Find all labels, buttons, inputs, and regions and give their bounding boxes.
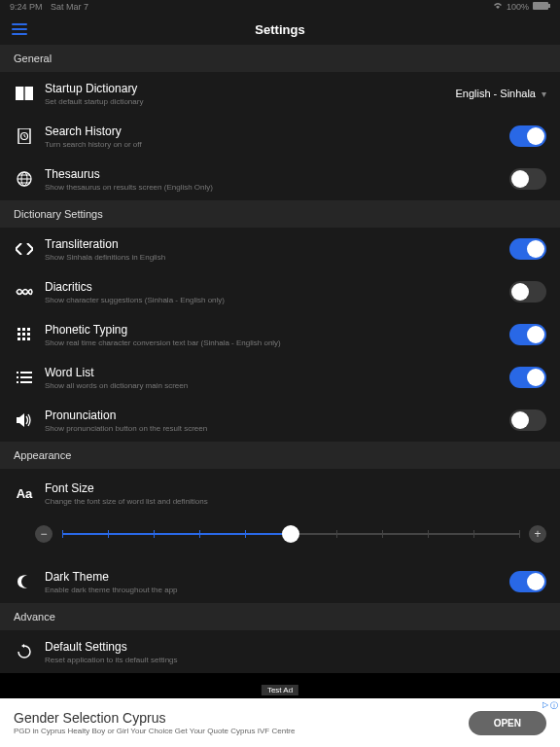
- toggle-transliteration[interactable]: [509, 238, 546, 260]
- svg-rect-18: [17, 376, 18, 378]
- slider-thumb[interactable]: [282, 525, 299, 543]
- row-pronunciation: Pronunciation Show pronunciation button …: [0, 399, 560, 442]
- fontsize-icon: Aa: [14, 482, 35, 504]
- row-title: Thesaurus: [45, 167, 509, 181]
- svg-rect-7: [18, 328, 20, 331]
- settings-content: General Startup Dictionary Set default s…: [0, 45, 560, 673]
- toggle-phonetic[interactable]: [509, 324, 546, 345]
- row-title: Phonetic Typing: [45, 323, 509, 337]
- row-desc: Reset application to its default setting…: [45, 656, 546, 664]
- ad-banner[interactable]: Test Ad ▷ ⓘ Gender Selection Cyprus PGD …: [0, 698, 560, 747]
- page-title: Settings: [255, 22, 304, 37]
- toggle-search-history[interactable]: [509, 125, 546, 147]
- section-appearance: Appearance: [0, 442, 560, 469]
- svg-rect-14: [22, 338, 25, 340]
- row-text: Word List Show all words on dictionary m…: [45, 366, 509, 390]
- status-left: 9:24 PM Sat Mar 7: [10, 2, 88, 12]
- history-icon: [14, 125, 35, 147]
- row-title: Word List: [45, 366, 509, 379]
- wifi-icon: [493, 2, 503, 12]
- row-word-list: Word List Show all words on dictionary m…: [0, 356, 560, 399]
- row-text: Startup Dictionary Set default startup d…: [45, 82, 455, 106]
- row-title: Transliteration: [45, 237, 509, 251]
- ad-text: Gender Selection Cyprus PGD in Cyprus He…: [14, 710, 469, 735]
- row-thesaurus: Thesaurus Show thesaurus on results scre…: [0, 158, 560, 200]
- svg-rect-13: [18, 338, 20, 340]
- row-text: Dark Theme Enable dark theme throughout …: [45, 570, 509, 594]
- status-date: Sat Mar 7: [51, 2, 88, 12]
- ad-info-icons[interactable]: ▷ ⓘ: [542, 700, 558, 711]
- row-dark-theme: Dark Theme Enable dark theme throughout …: [0, 560, 560, 603]
- row-desc: Set default startup dictionary: [45, 97, 455, 106]
- ad-label: Test Ad: [262, 685, 298, 695]
- menu-button[interactable]: [12, 23, 27, 35]
- dropdown-value: English - Sinhala: [455, 88, 536, 99]
- row-text: Thesaurus Show thesaurus on results scre…: [45, 167, 509, 192]
- svg-rect-1: [548, 4, 550, 8]
- svg-rect-10: [18, 333, 20, 336]
- increase-button[interactable]: +: [529, 525, 546, 543]
- row-transliteration: Transliteration Show Sinhala definitions…: [0, 228, 560, 270]
- svg-rect-0: [533, 2, 548, 10]
- toggle-diacritics[interactable]: [509, 281, 546, 302]
- svg-rect-15: [27, 338, 30, 340]
- row-title: Dark Theme: [45, 570, 509, 584]
- row-title: Diacritics: [45, 280, 509, 294]
- section-advance: Advance: [0, 603, 560, 630]
- svg-rect-21: [20, 381, 32, 383]
- toggle-dark-theme[interactable]: [509, 571, 546, 592]
- toggle-wordlist[interactable]: [509, 367, 546, 388]
- book-icon: [14, 83, 35, 104]
- ad-choices-icon[interactable]: ▷: [542, 700, 548, 711]
- reset-icon: [14, 641, 35, 662]
- row-text: Phonetic Typing Show real time character…: [45, 323, 509, 347]
- row-desc: Show thesaurus on results screen (Englis…: [45, 183, 509, 192]
- svg-rect-20: [17, 381, 18, 383]
- row-text: Pronunciation Show pronunciation button …: [45, 409, 509, 433]
- row-desc: Show character suggestions (Sinhala - En…: [45, 296, 509, 304]
- section-dictionary: Dictionary Settings: [0, 200, 560, 228]
- row-text: Transliteration Show Sinhala definitions…: [45, 237, 509, 262]
- status-right: 100%: [493, 2, 550, 12]
- row-title: Font Size: [45, 481, 546, 495]
- row-desc: Enable dark theme throughout the app: [45, 586, 509, 594]
- moon-icon: [14, 571, 35, 592]
- toggle-thesaurus[interactable]: [509, 168, 546, 190]
- row-title: Startup Dictionary: [45, 82, 455, 95]
- row-startup-dictionary[interactable]: Startup Dictionary Set default startup d…: [0, 72, 560, 115]
- font-size-slider[interactable]: [62, 533, 519, 535]
- toggle-pronunciation[interactable]: [509, 409, 546, 431]
- row-desc: Show pronunciation button on the result …: [45, 424, 509, 433]
- row-desc: Show Sinhala definitions in English: [45, 253, 509, 262]
- dropdown[interactable]: English - Sinhala ▾: [455, 88, 546, 99]
- svg-rect-8: [22, 328, 25, 331]
- svg-rect-19: [20, 376, 32, 378]
- row-desc: Show all words on dictionary main screen: [45, 381, 509, 390]
- row-title: Search History: [45, 124, 509, 138]
- row-text: Search History Turn search history on or…: [45, 124, 509, 149]
- row-desc: Turn search history on or off: [45, 140, 509, 149]
- keypad-icon: [14, 324, 35, 345]
- globe-icon: [14, 168, 35, 190]
- row-title: Pronunciation: [45, 409, 509, 422]
- row-desc: Show real time character conversion text…: [45, 338, 509, 347]
- row-text: Font Size Change the font size of word l…: [45, 481, 546, 506]
- svg-rect-17: [20, 372, 32, 374]
- speaker-icon: [14, 409, 35, 431]
- header: Settings: [0, 14, 560, 45]
- battery-pct: 100%: [507, 2, 529, 12]
- row-search-history: Search History Turn search history on or…: [0, 115, 560, 158]
- section-general: General: [0, 45, 560, 72]
- ad-open-button[interactable]: OPEN: [469, 711, 546, 735]
- row-default-settings[interactable]: Default Settings Reset application to it…: [0, 630, 560, 673]
- ad-desc: PGD in Cyprus Healty Boy or Girl Your Ch…: [14, 727, 469, 735]
- code-icon: [14, 238, 35, 260]
- row-text: Default Settings Reset application to it…: [45, 640, 546, 664]
- list-icon: [14, 367, 35, 388]
- status-bar: 9:24 PM Sat Mar 7 100%: [0, 0, 560, 14]
- ad-close-icon[interactable]: ⓘ: [550, 700, 558, 711]
- row-title: Default Settings: [45, 640, 546, 654]
- row-desc: Change the font size of word list and de…: [45, 497, 546, 506]
- decrease-button[interactable]: −: [35, 525, 52, 543]
- row-phonetic-typing: Phonetic Typing Show real time character…: [0, 313, 560, 356]
